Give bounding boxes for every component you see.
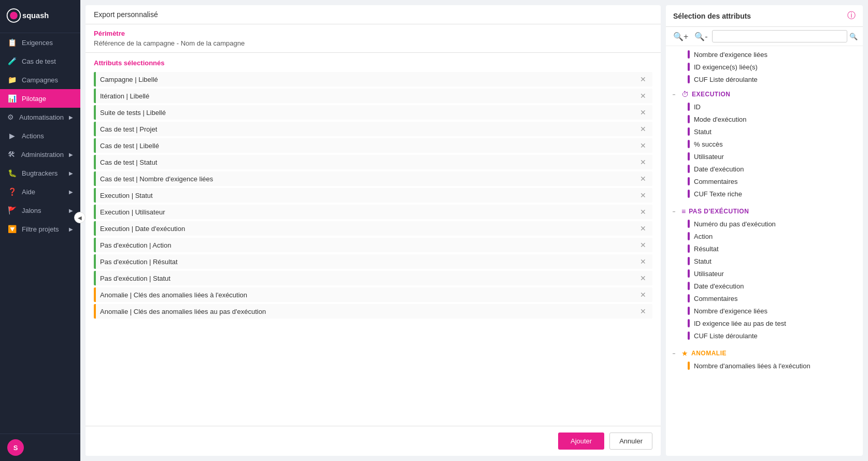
anomalie-cat-label: ANOMALIE: [691, 350, 727, 357]
arrow-icon: ▶: [69, 208, 73, 213]
main-content: Export personnalisé Périmètre Référence …: [80, 0, 868, 461]
attr-row-close-button[interactable]: ✕: [638, 224, 648, 233]
sidebar-item-label: Aide: [22, 188, 35, 196]
attr-row: Pas d'exécution | Action✕: [94, 238, 652, 252]
collapse-pas-execution-icon[interactable]: －: [671, 208, 678, 215]
tree-item[interactable]: Commentaires: [671, 292, 858, 305]
actions-icon: ▶: [7, 132, 17, 140]
tree-item[interactable]: ID: [671, 100, 858, 113]
attr-row: Itération | Libellé✕: [94, 89, 652, 103]
category-pas-execution: － ≡ PAS D'EXÉCUTION Numéro du pas d'exéc…: [666, 203, 863, 344]
help-icon[interactable]: ⓘ: [847, 10, 856, 21]
tree-item[interactable]: CUF Texte riche: [671, 188, 858, 200]
attr-row-close-button[interactable]: ✕: [638, 141, 648, 150]
sidebar-item-jalons[interactable]: 🚩 Jalons ▶: [0, 201, 80, 220]
attr-row: Cas de test | Nombre d'exigence liées✕: [94, 171, 652, 186]
sidebar-item-label: Jalons: [22, 207, 41, 214]
tree-item[interactable]: Utilisateur: [671, 267, 858, 280]
bottom-buttons: Ajouter Annuler: [86, 426, 661, 456]
svg-point-1: [10, 12, 18, 20]
tree-item[interactable]: Commentaires: [671, 175, 858, 188]
sidebar-item-label: Campagnes: [22, 76, 58, 84]
sidebar-item-pilotage[interactable]: 📊 Pilotage: [0, 89, 80, 108]
sidebar-item-administration[interactable]: 🛠 Administration ▶: [0, 145, 80, 164]
sidebar-item-actions[interactable]: ▶ Actions: [0, 126, 80, 145]
sidebar-item-aide[interactable]: ❓ Aide ▶: [0, 182, 80, 201]
pas-execution-cat-icon: ≡: [681, 207, 686, 215]
attr-row-close-button[interactable]: ✕: [638, 191, 648, 199]
attr-row-close-button[interactable]: ✕: [638, 274, 648, 282]
tree-item[interactable]: Nombre d'exigence liées: [671, 48, 858, 61]
sidebar-item-label: Exigences: [22, 39, 53, 47]
cas-de-test-icon: 🧪: [7, 57, 17, 65]
attr-row-text: Execution | Utilisateur: [100, 208, 638, 216]
attr-row-close-button[interactable]: ✕: [638, 241, 648, 249]
attr-row: Campagne | Libellé✕: [94, 72, 652, 87]
avatar[interactable]: S: [7, 439, 24, 456]
tree-item[interactable]: ID exigence liée au pas de test: [671, 317, 858, 329]
collapse-anomalie-icon[interactable]: －: [671, 350, 678, 357]
tree-item[interactable]: Statut: [671, 125, 858, 138]
tree-item[interactable]: ID exigence(s) liée(s): [671, 61, 858, 73]
sidebar-item-campagnes[interactable]: 📁 Campagnes: [0, 70, 80, 89]
jalons-icon: 🚩: [7, 206, 17, 214]
sidebar-item-label: Actions: [22, 132, 44, 140]
attr-row-close-button[interactable]: ✕: [638, 75, 648, 83]
add-button[interactable]: Ajouter: [558, 433, 604, 450]
zoom-in-button[interactable]: 🔍+: [671, 31, 690, 42]
tree-item[interactable]: % succès: [671, 138, 858, 150]
tree-item[interactable]: Date d'exécution: [671, 163, 858, 175]
automatisation-icon: ⚙: [7, 113, 14, 121]
sidebar-item-cas-de-test[interactable]: 🧪 Cas de test: [0, 52, 80, 70]
arrow-icon: ▶: [69, 152, 73, 157]
sidebar-item-filtre-projets[interactable]: 🔽 Filtre projets ▶: [0, 220, 80, 238]
tree-item[interactable]: Mode d'exécution: [671, 113, 858, 125]
attr-row-text: Pas d'exécution | Résultat: [100, 258, 638, 266]
tree-item-action[interactable]: Action: [671, 230, 858, 242]
zoom-out-button[interactable]: 🔍-: [692, 31, 709, 42]
tree-item[interactable]: Résultat: [671, 242, 858, 255]
collapse-execution-icon[interactable]: －: [671, 91, 678, 98]
attr-row-close-button[interactable]: ✕: [638, 125, 648, 133]
tree-item[interactable]: Statut: [671, 255, 858, 267]
attr-row-text: Cas de test | Projet: [100, 125, 638, 133]
pas-execution-cat-label: PAS D'EXÉCUTION: [689, 208, 749, 215]
attr-row-close-button[interactable]: ✕: [638, 208, 648, 216]
perimetre-value: Référence de la campagne - Nom de la cam…: [94, 39, 652, 47]
sidebar-item-label: Pilotage: [22, 95, 46, 103]
sidebar-item-bugtrackers[interactable]: 🐛 Bugtrackers ▶: [0, 164, 80, 182]
attr-row-close-button[interactable]: ✕: [638, 307, 648, 315]
attr-row-close-button[interactable]: ✕: [638, 158, 648, 166]
arrow-icon: ▶: [69, 226, 73, 232]
campagnes-icon: 📁: [7, 76, 17, 84]
tree-item[interactable]: Utilisateur: [671, 150, 858, 163]
category-execution-header[interactable]: － ⏱ EXECUTION: [671, 88, 858, 100]
tree-item[interactable]: Nombre d'anomalies liées à l'exécution: [671, 359, 858, 372]
attr-row: Pas d'exécution | Statut✕: [94, 271, 652, 285]
tree-item[interactable]: Numéro du pas d'exécution: [671, 218, 858, 230]
exigences-icon: 📋: [7, 38, 17, 47]
cancel-button[interactable]: Annuler: [609, 433, 652, 450]
tree-item[interactable]: CUF Liste déroulante: [671, 329, 858, 342]
category-pas-execution-header[interactable]: － ≡ PAS D'EXÉCUTION: [671, 205, 858, 218]
export-panel: Export personnalisé Périmètre Référence …: [86, 5, 863, 456]
attr-rows-container: Campagne | Libellé✕Itération | Libellé✕S…: [94, 72, 652, 319]
attr-row-close-button[interactable]: ✕: [638, 175, 648, 183]
attr-row-text: Cas de test | Nombre d'exigence liées: [100, 175, 638, 183]
tree-item[interactable]: Date d'exécution: [671, 280, 858, 292]
attr-row-close-button[interactable]: ✕: [638, 92, 648, 100]
sidebar-nav: 📋 Exigences 🧪 Cas de test 📁 Campagnes 📊 …: [0, 33, 80, 434]
sidebar-item-automatisation[interactable]: ⚙ Automatisation ▶: [0, 108, 80, 126]
attr-row-close-button[interactable]: ✕: [638, 108, 648, 117]
category-anomalie-header[interactable]: － ★ ANOMALIE: [671, 347, 858, 359]
pas-execution-items: Numéro du pas d'exécution Action Résulta…: [671, 218, 858, 342]
perimetre-label: Périmètre: [94, 30, 652, 37]
attr-row-close-button[interactable]: ✕: [638, 257, 648, 266]
sidebar-item-exigences[interactable]: 📋 Exigences: [0, 33, 80, 52]
attr-row-text: Pas d'exécution | Statut: [100, 275, 638, 282]
attr-row-close-button[interactable]: ✕: [638, 291, 648, 299]
tree-item[interactable]: Nombre d'exigence liées: [671, 305, 858, 317]
tree-item[interactable]: CUF Liste déroulante: [671, 73, 858, 85]
search-input[interactable]: [712, 30, 847, 42]
category-execution: － ⏱ EXECUTION ID Mode d'exécution Statut…: [666, 85, 863, 203]
